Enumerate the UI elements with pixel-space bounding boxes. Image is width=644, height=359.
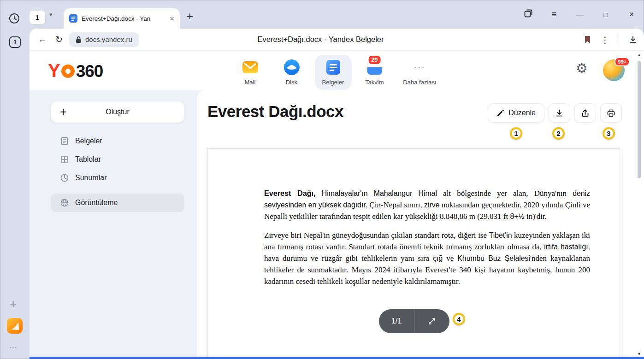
tab-group-chevron-down-icon[interactable]: ▾ xyxy=(49,11,53,18)
maximize-button[interactable]: □ xyxy=(601,11,611,18)
side-strip-more-button[interactable]: ⋯ xyxy=(9,342,18,353)
nav-item-takvim[interactable]: 29 Takvim xyxy=(356,55,393,90)
print-icon xyxy=(607,109,615,118)
table-grid-icon xyxy=(60,155,69,164)
logo-letter: Y xyxy=(48,61,60,80)
services-nav: Mail Disk Belgeler xyxy=(231,55,442,90)
nav-item-belgeler[interactable]: Belgeler xyxy=(314,55,351,90)
document-title: Everest Dağı.docx xyxy=(207,102,343,121)
menu-icon[interactable]: ≡ xyxy=(549,10,559,19)
download-icon xyxy=(555,109,564,118)
browser-side-strip: 1 + ⋯ xyxy=(0,29,30,359)
address-bar-actions: ⋮ xyxy=(584,29,638,51)
divider xyxy=(619,35,619,45)
window-bottom-accent xyxy=(30,357,644,359)
print-button[interactable] xyxy=(600,103,622,123)
calendar-icon: 29 xyxy=(366,59,383,76)
new-tab-button[interactable]: + xyxy=(186,9,193,24)
annotation-badge-2: 2 xyxy=(552,127,565,140)
minimize-button[interactable]: — xyxy=(575,10,585,19)
nav-item-mail[interactable]: Mail xyxy=(231,55,268,90)
nav-label: Takvim xyxy=(365,79,384,86)
logo-text: 360 xyxy=(76,63,103,80)
yandex-browser-logo[interactable] xyxy=(7,318,23,334)
globe-icon xyxy=(60,198,69,207)
scroll-up-icon[interactable]: ▲ xyxy=(636,53,643,57)
yandex-360-logo[interactable]: Y 360 xyxy=(48,61,103,80)
browser-tab[interactable]: Everest+Dağı.docx - Yan × xyxy=(64,8,180,29)
pie-chart-icon xyxy=(60,173,69,182)
tab-group-count: 1 xyxy=(35,14,39,21)
page-indicator: 1/1 xyxy=(379,317,414,325)
notifications-badge: 99+ xyxy=(614,57,630,66)
disk-icon xyxy=(283,59,300,76)
browser-titlebar: 1 ▾ Everest+Dağı.docx - Yan × + ≡ — □ × xyxy=(0,0,644,29)
window-controls: ≡ — □ × xyxy=(523,6,637,22)
tab-title: Everest+Dağı.docx - Yan xyxy=(82,15,165,22)
docs-favicon-icon xyxy=(69,14,77,23)
logo-ring-icon xyxy=(61,65,75,78)
annotation-badge-4: 4 xyxy=(453,313,465,325)
address-bar[interactable]: docs.yandex.ru xyxy=(69,32,139,47)
more-dots-icon: ⋯ xyxy=(411,59,428,76)
tab-close-icon[interactable]: × xyxy=(170,15,174,23)
sail-icon xyxy=(7,318,23,334)
document-actions: Düzenle xyxy=(488,103,622,123)
doc-paragraph-2: Zirveye biri Nepal'in güneydoğusundan çı… xyxy=(264,230,590,287)
sidebar-item-label: Sunumlar xyxy=(75,174,106,182)
document-icon xyxy=(60,136,69,146)
sidebar-item-belgeler[interactable]: Belgeler xyxy=(51,132,184,150)
sidebar-item-label: Görüntüleme xyxy=(75,199,118,207)
create-button[interactable]: + Oluştur xyxy=(51,101,184,123)
back-button[interactable]: ← xyxy=(34,31,51,48)
scroll-down-icon[interactable]: ▼ xyxy=(636,352,643,356)
edit-label: Düzenle xyxy=(508,109,536,117)
document-panel: Everest Dağı.docx Düzenle xyxy=(197,90,644,357)
refresh-button[interactable]: ↻ xyxy=(51,31,67,48)
panels-icon[interactable] xyxy=(523,9,533,20)
share-button[interactable] xyxy=(574,103,596,123)
sidebar-item-goruntuleme[interactable]: Görüntüleme xyxy=(51,194,184,212)
page-indicator-pill: 1/1 xyxy=(379,309,449,333)
mail-icon xyxy=(241,59,259,76)
user-avatar[interactable]: 99+ xyxy=(603,59,625,81)
create-label: Oluştur xyxy=(106,108,130,116)
calendar-badge: 29 xyxy=(367,55,381,65)
sidebar-item-label: Belgeler xyxy=(75,137,102,145)
url-text: docs.yandex.ru xyxy=(85,35,132,43)
download-button[interactable] xyxy=(549,103,570,123)
downloads-icon[interactable] xyxy=(628,35,638,44)
nav-label: Daha fazlası xyxy=(403,79,436,86)
sidebar-item-tablolar[interactable]: Tablolar xyxy=(51,150,184,169)
clock-icon xyxy=(8,12,20,24)
edit-button[interactable]: Düzenle xyxy=(488,103,544,123)
fullscreen-button[interactable] xyxy=(414,309,449,333)
site-header: Y 360 Mail Disk xyxy=(30,51,644,90)
nav-item-disk[interactable]: Disk xyxy=(273,55,310,90)
side-strip-add-button[interactable]: + xyxy=(10,297,17,311)
expand-icon xyxy=(427,317,437,326)
web-page: Y 360 Mail Disk xyxy=(30,51,644,357)
sidebar-item-sunumlar[interactable]: Sunumlar xyxy=(51,169,184,187)
lock-icon xyxy=(76,36,82,43)
pencil-icon xyxy=(496,109,504,117)
tab-group-counter[interactable]: 1 xyxy=(30,11,45,24)
address-bar-row: ← ↻ docs.yandex.ru Everest+Dağı.docx - Y… xyxy=(30,29,644,51)
nav-label: Belgeler xyxy=(322,79,344,86)
browser-window: 1 ▾ Everest+Dağı.docx - Yan × + ≡ — □ × … xyxy=(0,0,644,359)
share-icon xyxy=(581,109,590,118)
history-clock-button[interactable] xyxy=(8,12,20,24)
scrollbar-thumb[interactable] xyxy=(638,61,641,178)
annotation-badge-3: 3 xyxy=(603,127,615,140)
annotation-badge-1: 1 xyxy=(510,127,522,140)
page-scrollbar[interactable]: ▲ ▼ xyxy=(636,53,643,356)
side-panel-tab-counter[interactable]: 1 xyxy=(9,36,21,48)
sidebar-menu: Belgeler Tablolar Sunumlar Görüntül xyxy=(51,132,184,212)
settings-gear-icon[interactable]: ⚙ xyxy=(576,62,588,75)
kebab-menu-icon[interactable]: ⋮ xyxy=(601,35,609,45)
bookmark-icon[interactable] xyxy=(584,35,591,44)
nav-item-more[interactable]: ⋯ Daha fazlası xyxy=(397,55,442,90)
doc-paragraph-1: Everest Dağı, Himalayalar'ın Mahalangur … xyxy=(264,188,590,222)
window-close-button[interactable]: × xyxy=(626,10,637,19)
docs-icon xyxy=(324,59,342,76)
